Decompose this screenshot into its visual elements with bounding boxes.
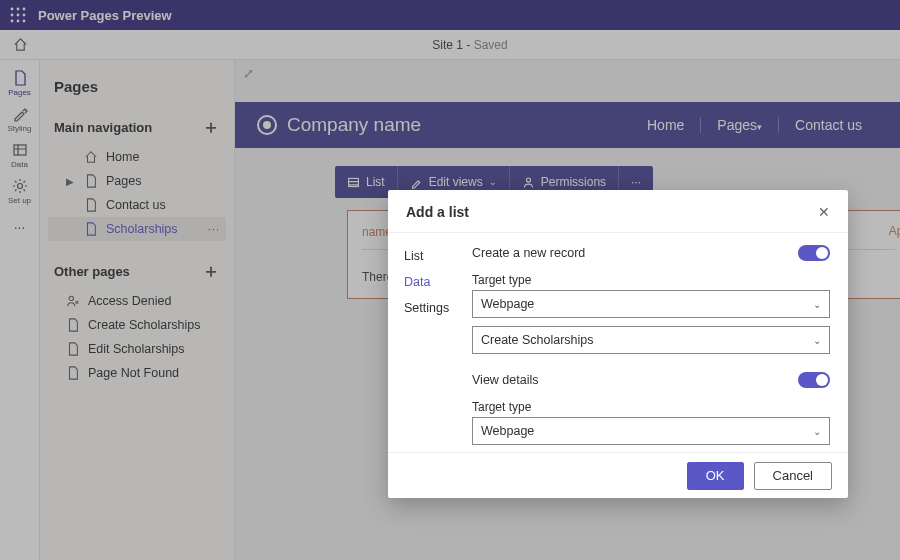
target-type-select-1[interactable]: Webpage ⌄ <box>472 290 830 318</box>
chevron-down-icon: ⌄ <box>813 426 821 437</box>
create-record-toggle[interactable] <box>798 245 830 261</box>
target-type-select-2[interactable]: Webpage ⌄ <box>472 417 830 445</box>
target-type-label-2: Target type <box>472 400 830 414</box>
add-list-modal: Add a list ✕ List Data Settings Create a… <box>388 190 848 498</box>
close-icon[interactable]: ✕ <box>818 204 830 220</box>
view-details-label: View details <box>472 373 538 387</box>
tab-list[interactable]: List <box>388 243 468 269</box>
ok-button[interactable]: OK <box>687 462 744 490</box>
modal-tabs: List Data Settings <box>388 233 468 452</box>
view-details-toggle[interactable] <box>798 372 830 388</box>
chevron-down-icon: ⌄ <box>813 335 821 346</box>
chevron-down-icon: ⌄ <box>813 299 821 310</box>
tab-settings[interactable]: Settings <box>388 295 468 321</box>
create-record-label: Create a new record <box>472 246 585 260</box>
modal-title: Add a list <box>406 204 469 220</box>
cancel-button[interactable]: Cancel <box>754 462 832 490</box>
create-page-select[interactable]: Create Scholarships ⌄ <box>472 326 830 354</box>
target-type-label-1: Target type <box>472 273 830 287</box>
modal-form: Create a new record Target type Webpage … <box>468 233 848 452</box>
tab-data[interactable]: Data <box>388 269 468 295</box>
